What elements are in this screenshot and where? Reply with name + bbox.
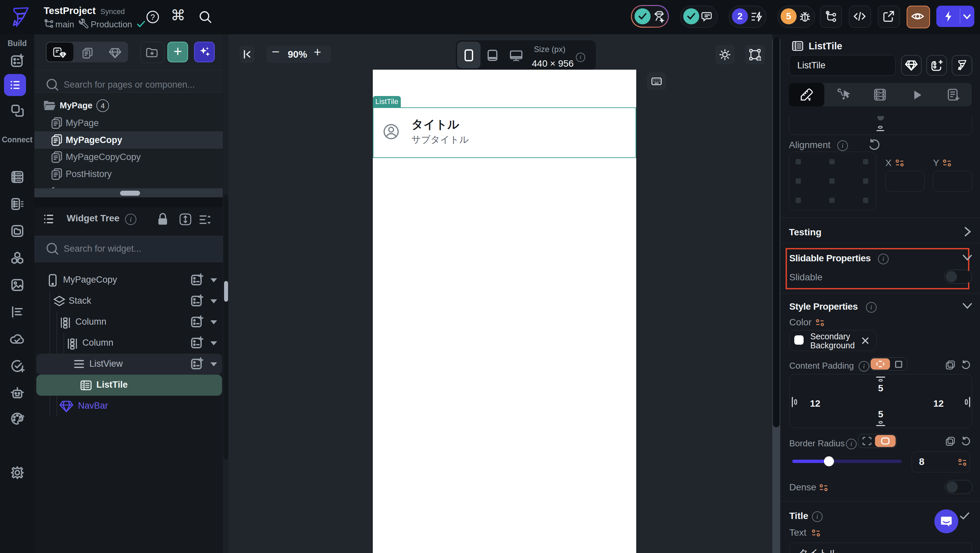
svg-text:?: ? [150,13,155,22]
svg-text:c: c [949,364,951,368]
svg-text:c: c [949,441,951,445]
